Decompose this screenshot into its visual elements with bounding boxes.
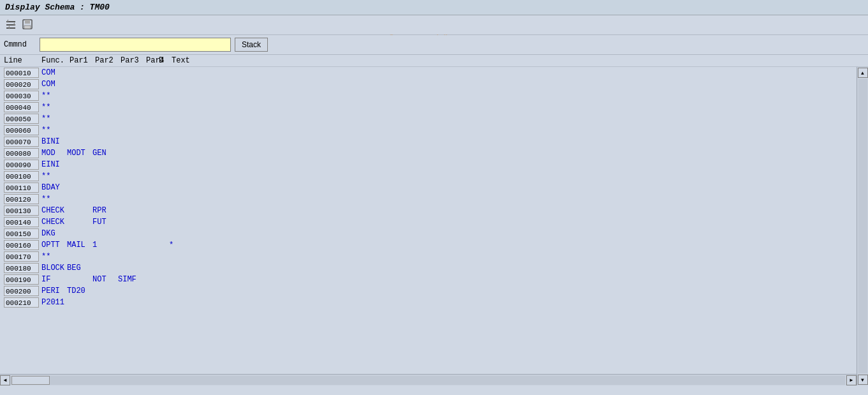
header-d: D (159, 56, 172, 65)
scroll-h-thumb (11, 376, 50, 385)
cell-par1: BEG (67, 264, 92, 272)
cell-func: ** (41, 114, 67, 123)
cell-func: COM (41, 68, 67, 77)
table-row[interactable]: 000210P2011 (0, 297, 868, 308)
stack-button[interactable]: Stack (235, 38, 268, 52)
cell-line-number: 000190 (4, 274, 39, 285)
table-row[interactable]: 000040** (0, 101, 868, 113)
cell-func: EINI (41, 160, 67, 169)
cell-line-number: 000160 (4, 240, 39, 250)
horizontal-scrollbar[interactable]: ◀ ▶ (0, 374, 857, 385)
cell-func: P2011 (41, 298, 67, 307)
cell-func: BINI (41, 137, 67, 146)
header-par3: Par3 (121, 56, 146, 65)
cell-par1: TD20 (67, 287, 92, 295)
cell-func: ** (41, 91, 67, 100)
cell-line-number: 000090 (4, 160, 39, 170)
command-bar: Cmmnd Stack (0, 35, 868, 55)
save-icon[interactable] (20, 18, 34, 32)
header-line: Line (4, 56, 39, 65)
cell-func: BDAY (41, 183, 67, 192)
cell-line-number: 000010 (4, 68, 39, 78)
cell-par2: NOT (92, 275, 118, 284)
svg-rect-8 (24, 26, 31, 29)
table-row[interactable]: 000020COM (0, 78, 868, 90)
svg-marker-5 (8, 26, 10, 29)
page-title: Display Schema : TM00 (5, 3, 110, 12)
cell-line-number: 000180 (4, 263, 39, 273)
header-text: Text (172, 56, 235, 65)
cell-line-number: 000020 (4, 79, 39, 89)
cell-func: IF (41, 275, 67, 284)
scroll-track (858, 79, 867, 373)
svg-marker-1 (7, 19, 8, 23)
vertical-scrollbar[interactable]: ▲ ▼ (857, 67, 868, 385)
table-row[interactable]: 000070BINI (0, 136, 868, 147)
svg-rect-7 (25, 20, 30, 24)
command-input[interactable] (40, 38, 231, 52)
cell-func: BLOCK (41, 264, 67, 272)
table-row[interactable]: 000090EINI (0, 159, 868, 170)
table-row[interactable]: 000140CHECKFUT (0, 216, 868, 228)
toolbar: © www.tutorialkart.com (0, 15, 868, 35)
header-par2: Par2 (95, 56, 121, 65)
cell-par1: MAIL (67, 241, 92, 250)
cell-line-number: 000130 (4, 205, 39, 216)
cell-line-number: 000110 (4, 183, 39, 193)
cell-line-number: 000040 (4, 102, 39, 112)
cell-func: ** (41, 195, 67, 204)
title-bar: Display Schema : TM00 (0, 0, 868, 15)
cell-line-number: 000170 (4, 251, 39, 262)
scroll-down-arrow[interactable]: ▼ (858, 375, 868, 385)
command-label: Cmmnd (4, 40, 36, 49)
settings-icon[interactable] (4, 18, 18, 32)
cell-par2: FUT (92, 218, 118, 227)
cell-line-number: 000100 (4, 171, 39, 181)
table-row[interactable]: 000130CHECKRPR (0, 205, 868, 216)
table-row[interactable]: 000110BDAY (0, 182, 868, 193)
table-row[interactable]: 000170** (0, 251, 868, 262)
table-row[interactable]: 000080MODMODTGEN (0, 147, 868, 159)
cell-func: ** (41, 172, 67, 181)
cell-text: * (169, 241, 173, 250)
table-row[interactable]: 000190IFNOTSIMF (0, 274, 868, 285)
svg-marker-3 (13, 22, 15, 26)
table-row[interactable]: 000200PERITD20 (0, 285, 868, 297)
table-row[interactable]: 000010COM (0, 67, 868, 78)
cell-func: COM (41, 80, 67, 89)
header-par1: Par1 (70, 56, 95, 65)
cell-line-number: 000080 (4, 148, 39, 158)
cell-line-number: 000060 (4, 125, 39, 135)
svg-rect-4 (6, 27, 15, 29)
cell-line-number: 000150 (4, 228, 39, 239)
table-row[interactable]: 000150DKG (0, 228, 868, 239)
main-content: 000010COM000020COM000030**000040**000050… (0, 67, 868, 385)
table-row[interactable]: 000120** (0, 193, 868, 205)
table-row[interactable]: 000180BLOCKBEG (0, 262, 868, 274)
cell-line-number: 000200 (4, 286, 39, 296)
cell-line-number: 000140 (4, 217, 39, 227)
scroll-right-arrow[interactable]: ▶ (846, 375, 857, 385)
cell-par2: 1 (92, 241, 118, 250)
cell-line-number: 000030 (4, 91, 39, 101)
table-row[interactable]: 000050** (0, 113, 868, 124)
cell-line-number: 000120 (4, 194, 39, 204)
cell-par3: SIMF (118, 275, 143, 284)
cell-func: ** (41, 252, 67, 261)
column-headers: Line Func. Par1 Par2 Par3 Par4 D Text (0, 55, 868, 67)
scroll-left-arrow[interactable]: ◀ (0, 375, 10, 385)
cell-func: MOD (41, 149, 67, 158)
cell-func: OPTT (41, 241, 67, 250)
scroll-h-track (11, 376, 845, 385)
table-row[interactable]: 000160OPTTMAIL1* (0, 239, 868, 251)
table-row[interactable]: 000060** (0, 124, 868, 136)
scroll-up-arrow[interactable]: ▲ (858, 68, 868, 78)
header-par4: Par4 (146, 56, 159, 65)
cell-par1: MODT (67, 149, 92, 158)
cell-func: ** (41, 126, 67, 135)
table-row[interactable]: 000100** (0, 170, 868, 182)
cell-func: CHECK (41, 206, 67, 215)
table-row[interactable]: 000030** (0, 90, 868, 101)
cell-line-number: 000050 (4, 114, 39, 124)
cell-par2: GEN (92, 149, 118, 158)
